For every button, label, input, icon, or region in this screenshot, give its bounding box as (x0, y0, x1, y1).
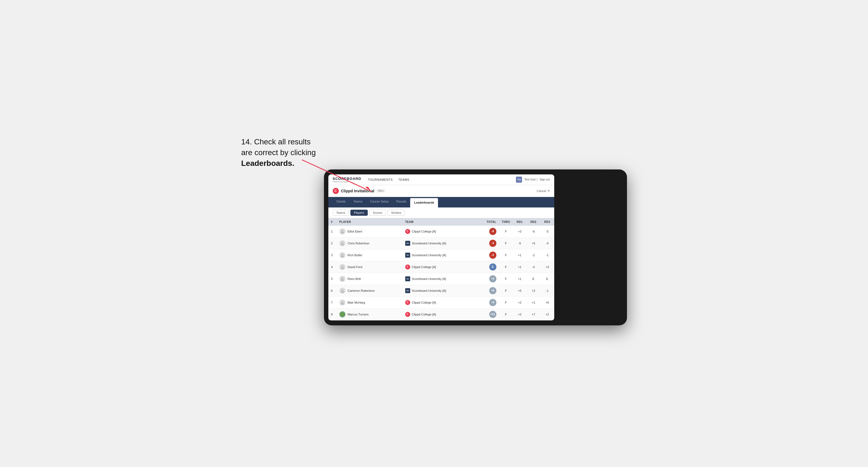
cancel-button[interactable]: Cancel ✕ (537, 189, 550, 193)
player-name: Elliot Ebert (348, 230, 362, 233)
player-cell: Elliot Ebert (337, 226, 402, 238)
svg-point-6 (342, 277, 343, 279)
team-logo-sb: SB (405, 276, 410, 281)
rd1-cell: +3 (513, 226, 527, 238)
nav-teams[interactable]: TEAMS (398, 177, 409, 182)
player-cell: 🌿 Marcus Turners (337, 308, 402, 320)
team-logo-sb: SB (405, 288, 410, 293)
player-cell: Rees Britt (337, 273, 402, 285)
rd2-cell: -6 (527, 226, 540, 238)
player-cell: Rich Butler (337, 249, 402, 261)
filter-scores[interactable]: Scores (369, 210, 386, 216)
col-total: TOTAL (477, 218, 499, 226)
player-name: Marcus Turners (348, 313, 369, 316)
total-cell: +11 (477, 308, 499, 320)
tournament-badge: Men (377, 189, 385, 193)
player-avatar (339, 252, 345, 258)
team-cell: SB Scoreboard University [A] (402, 237, 477, 249)
table-body: 1 Elliot Ebert C Clippd College [A] -8 F… (328, 226, 554, 320)
player-name: Chris Robertson (348, 242, 369, 245)
thru-cell: F (499, 261, 513, 273)
col-player: PLAYER (337, 218, 402, 226)
rd1-cell: +1 (513, 249, 527, 261)
rank-cell: 1 (328, 226, 337, 238)
score-badge: +6 (489, 287, 496, 294)
total-cell: +1 (477, 273, 499, 285)
tab-leaderboards[interactable]: Leaderboards (410, 198, 438, 208)
rd3-cell: -4 (540, 237, 554, 249)
total-cell: E (477, 261, 499, 273)
player-name: David Ford (348, 265, 363, 269)
team-name: Clippd College [A] (412, 230, 436, 233)
team-logo-sb: SB (405, 253, 410, 258)
svg-point-2 (342, 230, 343, 232)
rd2-cell: -2 (527, 249, 540, 261)
score-badge: +9 (489, 299, 496, 306)
rd2-cell: E (527, 273, 540, 285)
total-cell: +9 (477, 297, 499, 308)
signout-link[interactable]: Sign out (540, 178, 550, 181)
rd2-cell: -4 (527, 261, 540, 273)
total-cell: +6 (477, 285, 499, 297)
rank-cell: 5 (328, 273, 337, 285)
table-header: # PLAYER TEAM TOTAL THRU RD1 RD2 RD3 (328, 218, 554, 226)
team-name: Scoreboard University [A] (412, 253, 446, 257)
thru-cell: F (499, 237, 513, 249)
rd3-cell: +6 (540, 297, 554, 308)
table-row: 5 Rees Britt SB Scoreboard University [A… (328, 273, 554, 285)
header-right: TU Test User | Sign out (516, 177, 550, 183)
tournament-title: Clippd Invitational (341, 189, 374, 193)
col-team: TEAM (402, 218, 477, 226)
rank-cell: 6 (328, 285, 337, 297)
player-avatar (339, 264, 345, 270)
table-row: 8 🌿 Marcus Turners C Clippd College [A] … (328, 308, 554, 320)
rd1-cell: +1 (513, 273, 527, 285)
logo-area: SCOREBOARD Powered by clippd (333, 177, 362, 183)
rd1-cell: +2 (513, 308, 527, 320)
rd1-cell: +2 (513, 297, 527, 308)
rank-cell: 2 (328, 237, 337, 249)
table-row: 2 Chris Robertson SB Scoreboard Universi… (328, 237, 554, 249)
team-name: Scoreboard University [A] (412, 289, 446, 292)
score-badge: +1 (489, 275, 496, 282)
filter-bar: Teams Players Scores Strokes (328, 208, 554, 218)
team-logo-c: C (405, 312, 410, 317)
team-logo-c: C (405, 229, 410, 234)
nav-tournaments[interactable]: TOURNAMENTS (368, 177, 393, 182)
score-badge: -8 (489, 228, 496, 235)
rd1-cell: +5 (513, 285, 527, 297)
tab-results[interactable]: Results (393, 197, 410, 208)
table-row: 1 Elliot Ebert C Clippd College [A] -8 F… (328, 226, 554, 238)
tournament-name-area: C Clippd Invitational Men (333, 188, 385, 194)
instruction-text: 14. Check all results are correct by cli… (241, 136, 316, 169)
col-thru: THRU (499, 218, 513, 226)
col-rd3: RD3 (540, 218, 554, 226)
svg-point-5 (342, 266, 343, 267)
thru-cell: F (499, 273, 513, 285)
tab-navigation: Details Teams Course Setup Results Leade… (328, 197, 554, 208)
tab-course-setup[interactable]: Course Setup (366, 197, 393, 208)
team-name: Clippd College [A] (412, 301, 436, 304)
tab-teams[interactable]: Teams (349, 197, 366, 208)
filter-teams[interactable]: Teams (333, 210, 349, 216)
close-icon: ✕ (547, 189, 550, 193)
player-avatar (339, 240, 345, 246)
rd3-cell: +3 (540, 261, 554, 273)
rd2-cell: +5 (527, 237, 540, 249)
filter-players[interactable]: Players (350, 210, 368, 216)
svg-point-4 (342, 254, 343, 255)
score-badge: -4 (489, 240, 496, 247)
tab-details[interactable]: Details (333, 197, 350, 208)
player-name: Blair McHarg (348, 301, 365, 304)
tablet-screen: SCOREBOARD Powered by clippd TOURNAMENTS… (328, 175, 554, 320)
player-cell: Chris Robertson (337, 237, 402, 249)
table-row: 6 Cameron Robertson SB Scoreboard Univer… (328, 285, 554, 297)
table-row: 3 Rich Butler SB Scoreboard University [… (328, 249, 554, 261)
total-cell: -2 (477, 249, 499, 261)
rd3-cell: E (540, 273, 554, 285)
team-logo-sb: SB (405, 241, 410, 246)
rank-cell: 7 (328, 297, 337, 308)
filter-strokes[interactable]: Strokes (388, 210, 405, 216)
player-name: Cameron Robertson (348, 289, 375, 292)
thru-cell: F (499, 285, 513, 297)
